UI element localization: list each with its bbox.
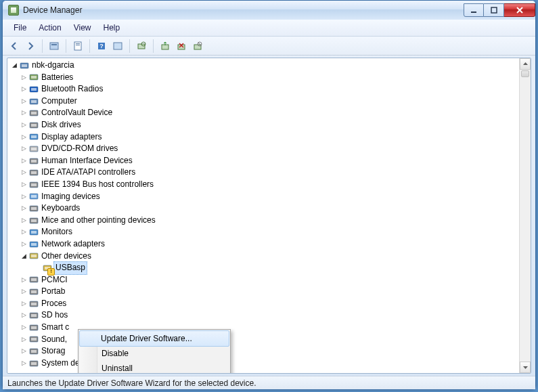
disable-button[interactable] bbox=[190, 39, 205, 53]
back-button[interactable] bbox=[7, 39, 22, 53]
svg-rect-2 bbox=[50, 43, 58, 49]
tree-category[interactable]: ▷ Human Interface Devices bbox=[10, 155, 519, 167]
tree-category[interactable]: ▷ DVD/CD-ROM drives bbox=[10, 143, 519, 155]
tree-category[interactable]: ▷ PCMCI bbox=[10, 274, 519, 286]
expand-arrow-icon[interactable]: ▷ bbox=[20, 215, 28, 227]
expand-arrow-icon[interactable]: ▷ bbox=[20, 179, 28, 191]
scroll-up-button[interactable] bbox=[520, 58, 531, 70]
maximize-button[interactable] bbox=[484, 3, 504, 17]
tree-category[interactable]: ▷ Disk drives bbox=[10, 119, 519, 131]
svg-rect-31 bbox=[31, 148, 37, 150]
expand-arrow-icon[interactable]: ▷ bbox=[20, 143, 28, 155]
tree-category[interactable]: ▷ Computer bbox=[10, 95, 519, 108]
expand-arrow-icon[interactable]: ◢ bbox=[20, 251, 28, 263]
tree-category[interactable]: ▷ Bluetooth Radios bbox=[10, 83, 519, 95]
tree-category[interactable]: ▷ Keyboards bbox=[10, 202, 519, 215]
tree-category[interactable]: ▷ SD hos bbox=[10, 309, 519, 322]
cm-disable[interactable]: Disable bbox=[80, 346, 229, 361]
device-tree[interactable]: ◢ nbk-dgarcia ▷ Batteries ▷ Bluetooth Ra… bbox=[7, 58, 519, 373]
menu-help[interactable]: Help bbox=[98, 22, 126, 34]
tree-category-label: IEEE 1394 Bus host controllers bbox=[41, 179, 154, 191]
svg-rect-51 bbox=[45, 267, 50, 269]
tree-category[interactable]: ▷ IDE ATA/ATAPI controllers bbox=[10, 167, 519, 179]
expand-arrow-icon[interactable]: ▷ bbox=[20, 131, 28, 144]
expand-arrow-icon[interactable]: ▷ bbox=[20, 334, 28, 346]
scroll-thumb[interactable] bbox=[521, 70, 529, 77]
tree-category-label: Imaging devices bbox=[41, 191, 100, 203]
toolbar-separator bbox=[89, 39, 90, 53]
tree-category[interactable]: ▷ ControlVault Device bbox=[10, 107, 519, 119]
expand-arrow-icon[interactable]: ▷ bbox=[20, 95, 28, 108]
expand-arrow-icon[interactable]: ▷ bbox=[20, 322, 28, 334]
show-hidden-button[interactable] bbox=[47, 39, 62, 53]
expand-arrow-icon[interactable]: ▷ bbox=[20, 238, 28, 251]
tree-category[interactable]: ▷ Network adapters bbox=[10, 238, 519, 251]
tree-category-label: Portab bbox=[41, 286, 65, 298]
unknown-device-icon bbox=[42, 263, 53, 274]
svg-rect-65 bbox=[31, 350, 37, 353]
tree-device[interactable]: USBasp bbox=[10, 262, 519, 274]
tree-category[interactable]: ◢ Other devices bbox=[10, 251, 519, 263]
cm-update-driver[interactable]: Update Driver Software... bbox=[79, 330, 229, 347]
titlebar[interactable]: Device Manager bbox=[3, 1, 535, 20]
menu-action[interactable]: Action bbox=[33, 22, 66, 34]
vertical-scrollbar[interactable] bbox=[519, 58, 531, 373]
tree-category[interactable]: ▷ Portab bbox=[10, 286, 519, 298]
svg-rect-1 bbox=[491, 7, 497, 13]
refresh-button[interactable] bbox=[110, 39, 125, 53]
svg-rect-41 bbox=[31, 207, 37, 210]
svg-rect-4 bbox=[74, 42, 81, 50]
menubar: File Action View Help bbox=[3, 20, 535, 37]
tree-category[interactable]: ▷ Proces bbox=[10, 298, 519, 310]
tree-category-label: PCMCI bbox=[41, 274, 68, 286]
tree-category[interactable]: ▷ Imaging devices bbox=[10, 191, 519, 203]
tree-category[interactable]: ▷ Batteries bbox=[10, 72, 519, 84]
expand-arrow-icon[interactable]: ▷ bbox=[20, 345, 28, 357]
ide-icon bbox=[28, 167, 39, 178]
scroll-down-button[interactable] bbox=[520, 362, 531, 373]
expand-arrow-icon[interactable]: ▷ bbox=[20, 309, 28, 322]
tree-category[interactable]: ▷ IEEE 1394 Bus host controllers bbox=[10, 179, 519, 191]
svg-rect-3 bbox=[51, 44, 57, 45]
expand-arrow-icon[interactable]: ▷ bbox=[20, 83, 28, 95]
expand-arrow-icon[interactable]: ▷ bbox=[20, 226, 28, 238]
properties-button[interactable] bbox=[70, 39, 85, 53]
expand-arrow-icon[interactable]: ▷ bbox=[20, 119, 28, 131]
expand-arrow-icon[interactable]: ▷ bbox=[20, 107, 28, 119]
tree-category[interactable]: ▷ Monitors bbox=[10, 226, 519, 238]
bluetooth-icon bbox=[28, 84, 39, 95]
tree-category[interactable]: ▷ Display adapters bbox=[10, 131, 519, 144]
menu-view[interactable]: View bbox=[68, 22, 97, 34]
scan-hardware-button[interactable] bbox=[134, 39, 149, 53]
close-button[interactable] bbox=[504, 3, 535, 17]
svg-rect-21 bbox=[31, 88, 37, 91]
menu-file[interactable]: File bbox=[8, 22, 32, 34]
expand-arrow-icon[interactable]: ▷ bbox=[20, 202, 28, 215]
expand-arrow-icon[interactable]: ▷ bbox=[20, 191, 28, 203]
svg-rect-45 bbox=[31, 231, 37, 234]
toolbar-separator bbox=[42, 39, 43, 53]
uninstall-button[interactable] bbox=[174, 39, 189, 53]
tree-category-label: Batteries bbox=[41, 72, 73, 84]
forward-button[interactable] bbox=[23, 39, 38, 53]
hid-icon bbox=[28, 156, 39, 167]
tree-root[interactable]: ◢ nbk-dgarcia bbox=[10, 60, 519, 72]
svg-rect-35 bbox=[31, 171, 37, 174]
expand-arrow-icon[interactable]: ◢ bbox=[10, 60, 18, 72]
expand-arrow-icon[interactable]: ▷ bbox=[20, 274, 28, 286]
tree-category-label: Computer bbox=[41, 95, 77, 108]
expand-arrow-icon[interactable]: ▷ bbox=[20, 286, 28, 298]
expand-arrow-icon[interactable]: ▷ bbox=[20, 167, 28, 179]
expand-arrow-icon[interactable]: ▷ bbox=[20, 72, 28, 84]
tree-category[interactable]: ▷ Mice and other pointing devices bbox=[10, 215, 519, 227]
cm-uninstall[interactable]: Uninstall bbox=[80, 361, 229, 374]
tree-category-label: ControlVault Device bbox=[41, 107, 112, 119]
expand-arrow-icon[interactable]: ▷ bbox=[20, 298, 28, 310]
tree-category-label: SD hos bbox=[41, 309, 68, 322]
update-driver-button[interactable] bbox=[158, 39, 173, 53]
minimize-button[interactable] bbox=[464, 3, 484, 17]
expand-arrow-icon[interactable]: ▷ bbox=[20, 155, 28, 167]
help-button[interactable]: ? bbox=[94, 39, 109, 53]
svg-rect-17 bbox=[22, 64, 27, 67]
expand-arrow-icon[interactable]: ▷ bbox=[20, 357, 28, 370]
